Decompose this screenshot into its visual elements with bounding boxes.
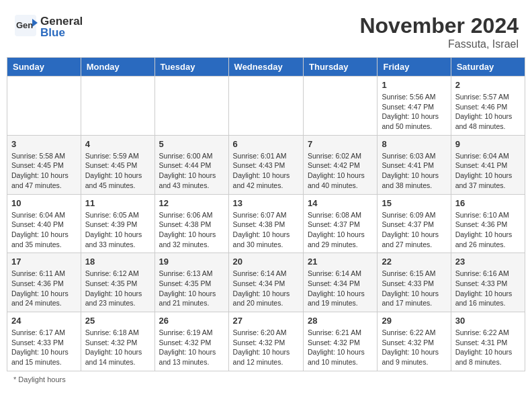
day-info: Sunrise: 6:15 AM Sunset: 4:33 PM Dayligh… bbox=[382, 269, 446, 308]
day-info: Sunrise: 6:07 AM Sunset: 4:38 PM Dayligh… bbox=[233, 210, 299, 250]
calendar-cell: 29Sunrise: 6:22 AM Sunset: 4:32 PM Dayli… bbox=[378, 312, 451, 371]
calendar-cell: 10Sunrise: 6:04 AM Sunset: 4:40 PM Dayli… bbox=[7, 194, 81, 253]
calendar-cell: 17Sunrise: 6:11 AM Sunset: 4:36 PM Dayli… bbox=[7, 253, 81, 312]
day-number: 26 bbox=[159, 316, 224, 326]
day-number: 19 bbox=[159, 257, 224, 267]
weekday-header-wednesday: Wednesday bbox=[228, 58, 303, 77]
header: Gen General Blue November 2024 Fassuta, … bbox=[7, 7, 525, 54]
calendar-cell: 5Sunrise: 6:00 AM Sunset: 4:44 PM Daylig… bbox=[154, 135, 228, 194]
day-info: Sunrise: 6:20 AM Sunset: 4:32 PM Dayligh… bbox=[233, 328, 299, 367]
calendar-cell: 21Sunrise: 6:14 AM Sunset: 4:34 PM Dayli… bbox=[304, 253, 378, 312]
day-number: 17 bbox=[11, 257, 77, 267]
calendar-cell: 24Sunrise: 6:17 AM Sunset: 4:33 PM Dayli… bbox=[7, 312, 81, 371]
day-info: Sunrise: 6:01 AM Sunset: 4:43 PM Dayligh… bbox=[233, 151, 299, 191]
day-info: Sunrise: 6:19 AM Sunset: 4:32 PM Dayligh… bbox=[159, 328, 224, 367]
day-number: 4 bbox=[85, 139, 150, 149]
day-number: 2 bbox=[455, 80, 521, 90]
calendar-cell: 13Sunrise: 6:07 AM Sunset: 4:38 PM Dayli… bbox=[228, 194, 303, 253]
day-number: 16 bbox=[455, 198, 521, 208]
calendar-week-row: 10Sunrise: 6:04 AM Sunset: 4:40 PM Dayli… bbox=[7, 194, 525, 253]
calendar-cell: 7Sunrise: 6:02 AM Sunset: 4:42 PM Daylig… bbox=[304, 135, 378, 194]
weekday-header-thursday: Thursday bbox=[304, 58, 378, 77]
day-info: Sunrise: 6:04 AM Sunset: 4:40 PM Dayligh… bbox=[11, 210, 77, 250]
day-number: 29 bbox=[382, 316, 446, 326]
day-number: 27 bbox=[233, 316, 299, 326]
calendar-cell: 22Sunrise: 6:15 AM Sunset: 4:33 PM Dayli… bbox=[378, 253, 451, 312]
day-info: Sunrise: 5:59 AM Sunset: 4:45 PM Dayligh… bbox=[85, 151, 150, 191]
day-number: 12 bbox=[159, 198, 224, 208]
day-info: Sunrise: 5:56 AM Sunset: 4:47 PM Dayligh… bbox=[382, 92, 446, 132]
svg-text:Gen: Gen bbox=[16, 20, 33, 30]
calendar-week-row: 1Sunrise: 5:56 AM Sunset: 4:47 PM Daylig… bbox=[7, 77, 525, 136]
calendar-cell: 27Sunrise: 6:20 AM Sunset: 4:32 PM Dayli… bbox=[228, 312, 303, 371]
day-info: Sunrise: 6:04 AM Sunset: 4:41 PM Dayligh… bbox=[455, 151, 521, 191]
day-info: Sunrise: 6:03 AM Sunset: 4:41 PM Dayligh… bbox=[382, 151, 446, 191]
calendar-week-row: 3Sunrise: 5:58 AM Sunset: 4:45 PM Daylig… bbox=[7, 135, 525, 194]
weekday-header-row: SundayMondayTuesdayWednesdayThursdayFrid… bbox=[7, 58, 525, 77]
calendar-cell: 3Sunrise: 5:58 AM Sunset: 4:45 PM Daylig… bbox=[7, 135, 81, 194]
calendar-table: SundayMondayTuesdayWednesdayThursdayFrid… bbox=[7, 57, 525, 371]
day-number: 28 bbox=[308, 316, 373, 326]
calendar-cell: 6Sunrise: 6:01 AM Sunset: 4:43 PM Daylig… bbox=[228, 135, 303, 194]
day-number: 23 bbox=[455, 257, 521, 267]
month-year-title: November 2024 bbox=[359, 13, 519, 38]
footer-note: * Daylight hours bbox=[7, 371, 525, 385]
calendar-cell: 26Sunrise: 6:19 AM Sunset: 4:32 PM Dayli… bbox=[154, 312, 228, 371]
day-info: Sunrise: 6:13 AM Sunset: 4:35 PM Dayligh… bbox=[159, 269, 224, 308]
calendar-cell: 11Sunrise: 6:05 AM Sunset: 4:39 PM Dayli… bbox=[81, 194, 154, 253]
day-number: 20 bbox=[233, 257, 299, 267]
calendar-cell: 4Sunrise: 5:59 AM Sunset: 4:45 PM Daylig… bbox=[81, 135, 154, 194]
day-number: 13 bbox=[233, 198, 299, 208]
day-number: 3 bbox=[11, 139, 77, 149]
day-number: 6 bbox=[233, 139, 299, 149]
day-number: 1 bbox=[382, 80, 446, 90]
calendar-cell: 18Sunrise: 6:12 AM Sunset: 4:35 PM Dayli… bbox=[81, 253, 154, 312]
calendar-cell: 2Sunrise: 5:57 AM Sunset: 4:46 PM Daylig… bbox=[451, 77, 525, 136]
day-info: Sunrise: 5:58 AM Sunset: 4:45 PM Dayligh… bbox=[11, 151, 77, 191]
calendar-cell bbox=[7, 77, 81, 136]
day-info: Sunrise: 6:00 AM Sunset: 4:44 PM Dayligh… bbox=[159, 151, 224, 191]
title-area: November 2024 Fassuta, Israel bbox=[359, 13, 519, 50]
calendar-week-row: 17Sunrise: 6:11 AM Sunset: 4:36 PM Dayli… bbox=[7, 253, 525, 312]
day-info: Sunrise: 6:06 AM Sunset: 4:38 PM Dayligh… bbox=[159, 210, 224, 250]
day-info: Sunrise: 5:57 AM Sunset: 4:46 PM Dayligh… bbox=[455, 92, 521, 132]
calendar-cell: 1Sunrise: 5:56 AM Sunset: 4:47 PM Daylig… bbox=[378, 77, 451, 136]
calendar-cell bbox=[304, 77, 378, 136]
weekday-header-sunday: Sunday bbox=[7, 58, 81, 77]
day-info: Sunrise: 6:22 AM Sunset: 4:31 PM Dayligh… bbox=[455, 328, 521, 367]
calendar-cell bbox=[81, 77, 154, 136]
day-info: Sunrise: 6:05 AM Sunset: 4:39 PM Dayligh… bbox=[85, 210, 150, 250]
weekday-header-tuesday: Tuesday bbox=[154, 58, 228, 77]
calendar-cell: 30Sunrise: 6:22 AM Sunset: 4:31 PM Dayli… bbox=[451, 312, 525, 371]
day-number: 30 bbox=[455, 316, 521, 326]
weekday-header-friday: Friday bbox=[378, 58, 451, 77]
day-info: Sunrise: 6:21 AM Sunset: 4:32 PM Dayligh… bbox=[308, 328, 373, 367]
calendar-cell: 19Sunrise: 6:13 AM Sunset: 4:35 PM Dayli… bbox=[154, 253, 228, 312]
logo-blue-text: Blue bbox=[40, 26, 65, 39]
calendar-cell: 16Sunrise: 6:10 AM Sunset: 4:36 PM Dayli… bbox=[451, 194, 525, 253]
day-info: Sunrise: 6:22 AM Sunset: 4:32 PM Dayligh… bbox=[382, 328, 446, 367]
calendar-cell: 20Sunrise: 6:14 AM Sunset: 4:34 PM Dayli… bbox=[228, 253, 303, 312]
day-number: 8 bbox=[382, 139, 446, 149]
day-number: 25 bbox=[85, 316, 150, 326]
logo: Gen General Blue bbox=[13, 13, 83, 40]
day-info: Sunrise: 6:18 AM Sunset: 4:32 PM Dayligh… bbox=[85, 328, 150, 367]
calendar-cell bbox=[154, 77, 228, 136]
day-info: Sunrise: 6:08 AM Sunset: 4:37 PM Dayligh… bbox=[308, 210, 373, 250]
day-number: 21 bbox=[308, 257, 373, 267]
day-number: 10 bbox=[11, 198, 77, 208]
day-info: Sunrise: 6:11 AM Sunset: 4:36 PM Dayligh… bbox=[11, 269, 77, 308]
logo-icon: Gen bbox=[13, 13, 38, 40]
day-number: 7 bbox=[308, 139, 373, 149]
day-info: Sunrise: 6:02 AM Sunset: 4:42 PM Dayligh… bbox=[308, 151, 373, 191]
day-number: 24 bbox=[11, 316, 77, 326]
calendar-cell: 14Sunrise: 6:08 AM Sunset: 4:37 PM Dayli… bbox=[304, 194, 378, 253]
calendar-cell: 8Sunrise: 6:03 AM Sunset: 4:41 PM Daylig… bbox=[378, 135, 451, 194]
day-info: Sunrise: 6:16 AM Sunset: 4:33 PM Dayligh… bbox=[455, 269, 521, 308]
day-info: Sunrise: 6:10 AM Sunset: 4:36 PM Dayligh… bbox=[455, 210, 521, 250]
calendar-cell: 9Sunrise: 6:04 AM Sunset: 4:41 PM Daylig… bbox=[451, 135, 525, 194]
day-number: 22 bbox=[382, 257, 446, 267]
calendar-cell: 15Sunrise: 6:09 AM Sunset: 4:37 PM Dayli… bbox=[378, 194, 451, 253]
day-number: 11 bbox=[85, 198, 150, 208]
day-info: Sunrise: 6:09 AM Sunset: 4:37 PM Dayligh… bbox=[382, 210, 446, 250]
